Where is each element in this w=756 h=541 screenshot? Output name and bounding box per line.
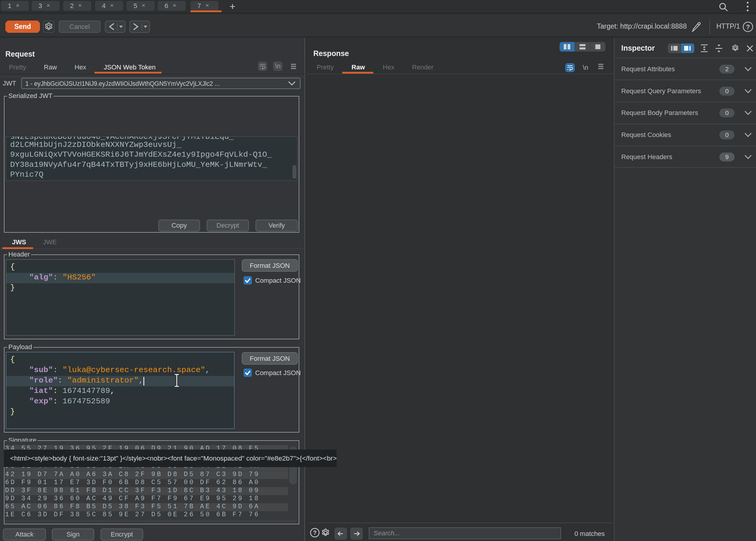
svg-text:?: ? <box>313 529 317 536</box>
svg-text:?: ? <box>746 23 750 31</box>
